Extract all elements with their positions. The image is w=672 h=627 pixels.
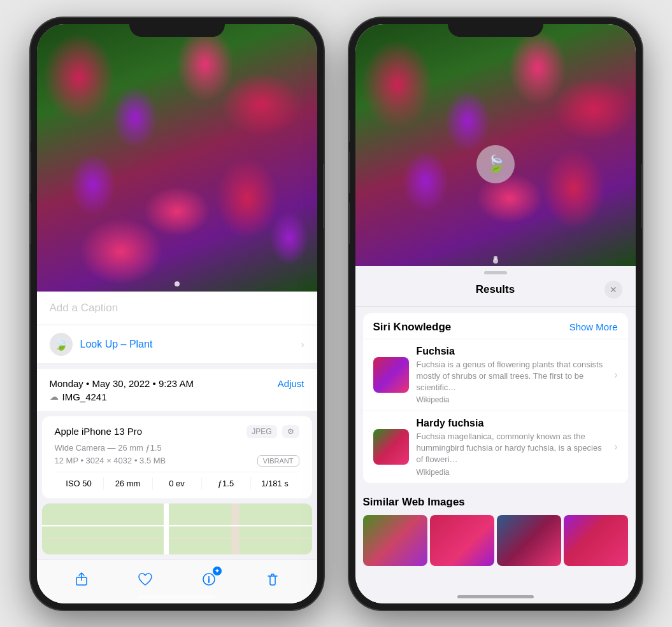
settings-icon: ⚙ — [282, 425, 299, 438]
fuchsia-text: Fuchsia Fuchsia is a genus of flowering … — [417, 346, 607, 405]
page-dot — [175, 281, 180, 286]
fuchsia-desc: Fuchsia is a genus of flowering plants t… — [417, 359, 607, 394]
volume-down-button-2 — [349, 202, 350, 244]
photo-dot-2 — [493, 258, 498, 264]
lookup-row[interactable]: 🍃 Look Up – Plant › — [37, 325, 317, 364]
delete-button[interactable] — [261, 568, 284, 591]
mute-button — [31, 120, 31, 142]
show-more-button[interactable]: Show More — [569, 321, 618, 332]
hardy-text: Hardy fuchsia Fuchsia magellanica, commo… — [417, 418, 607, 477]
ev-value: 0 ev — [153, 477, 202, 490]
leaf-icon: 🍃 — [54, 337, 68, 351]
cloud-icon: ☁ — [50, 391, 59, 402]
photo-area-2: 🍃 — [355, 24, 636, 266]
mp-info: 12 MP • 3024 × 4032 • 3.5 MB — [55, 456, 166, 465]
fuchsia-name: Fuchsia — [417, 346, 607, 357]
info-area: Add a Caption 🍃 Look Up – Plant › Monday… — [37, 292, 317, 603]
volume-up-button — [31, 151, 31, 193]
camera-model: Apple iPhone 13 Pro — [55, 426, 143, 437]
power-button — [323, 164, 324, 228]
home-indicator — [139, 595, 215, 598]
section-header: Siri Knowledge Show More — [363, 313, 628, 339]
web-images-grid — [363, 515, 628, 566]
fuchsia-chevron: › — [614, 369, 617, 381]
fuchsia-thumbnail — [373, 357, 409, 393]
map-roads — [42, 504, 312, 554]
lookup-icon: 🍃 — [50, 333, 73, 356]
phone-2: 🍃 Results ✕ Siri Knowledge Sh — [349, 18, 642, 610]
map-preview[interactable] — [42, 504, 312, 554]
web-image-1[interactable] — [363, 515, 427, 566]
phone-1: Add a Caption 🍃 Look Up – Plant › Monday… — [31, 18, 324, 610]
hardy-thumbnail — [373, 429, 409, 465]
knowledge-item-hardy[interactable]: Hardy fuchsia Fuchsia magellanica, commo… — [363, 411, 628, 483]
flower-image — [37, 24, 317, 292]
notch-2 — [448, 18, 543, 37]
favorite-button[interactable] — [134, 568, 157, 591]
exif-row: ISO 50 26 mm 0 ev ƒ1.5 1/181 s — [55, 472, 299, 490]
close-button[interactable]: ✕ — [604, 281, 622, 299]
mute-button-2 — [349, 120, 350, 142]
web-image-4[interactable] — [564, 515, 628, 566]
lookup-chevron: › — [301, 339, 304, 349]
web-image-3[interactable] — [497, 515, 561, 566]
hardy-name: Hardy fuchsia — [417, 418, 607, 429]
web-images-section: Similar Web Images — [355, 488, 636, 568]
vibrant-badge: VIBRANT — [257, 455, 299, 467]
knowledge-item-fuchsia[interactable]: Fuchsia Fuchsia is a genus of flowering … — [363, 339, 628, 411]
hardy-source: Wikipedia — [417, 468, 607, 477]
metadata-section: Monday • May 30, 2022 • 9:23 AM Adjust ☁… — [37, 369, 317, 411]
section-title: Siri Knowledge — [373, 321, 452, 334]
format-badges: JPEG ⚙ — [247, 425, 299, 438]
volume-down-button — [31, 202, 31, 244]
notch — [129, 18, 225, 37]
caption-input[interactable]: Add a Caption — [37, 292, 317, 325]
siri-knowledge-section: Siri Knowledge Show More Fuchsia Fuchsia… — [363, 313, 628, 483]
phone-2-screen: 🍃 Results ✕ Siri Knowledge Sh — [355, 24, 636, 603]
camera-section: Apple iPhone 13 Pro JPEG ⚙ Wide Camera —… — [42, 416, 312, 498]
focal-length: 26 mm — [104, 477, 153, 490]
photo-area — [37, 24, 317, 292]
siri-leaf-icon: 🍃 — [485, 154, 506, 174]
volume-up-button-2 — [349, 151, 350, 193]
home-indicator-2 — [457, 595, 534, 598]
shutter-speed: 1/181 s — [251, 477, 299, 490]
info-badge: ✦ — [213, 567, 222, 575]
results-header: Results ✕ — [355, 274, 636, 307]
caption-placeholder: Add a Caption — [50, 302, 118, 314]
results-title: Results — [476, 283, 515, 296]
power-button-2 — [641, 164, 642, 228]
date-label: Monday • May 30, 2022 • 9:23 AM — [50, 378, 194, 389]
lens-info: Wide Camera — 26 mm ƒ1.5 — [55, 443, 299, 453]
filename-label: IMG_4241 — [62, 391, 107, 402]
share-button[interactable] — [70, 568, 93, 591]
iso-value: ISO 50 — [55, 477, 104, 490]
hardy-desc: Fuchsia magellanica, commonly known as t… — [417, 431, 607, 466]
lookup-label: Look Up – Plant — [80, 339, 153, 350]
web-image-2[interactable] — [430, 515, 494, 566]
results-sheet: Results ✕ Siri Knowledge Show More — [355, 266, 636, 603]
jpeg-badge: JPEG — [247, 425, 276, 438]
fuchsia-source: Wikipedia — [417, 395, 607, 404]
phone-1-screen: Add a Caption 🍃 Look Up – Plant › Monday… — [37, 24, 317, 603]
web-images-title: Similar Web Images — [363, 496, 628, 509]
aperture-value: ƒ1.5 — [202, 477, 251, 490]
siri-button[interactable]: 🍃 — [476, 145, 515, 183]
adjust-button[interactable]: Adjust — [278, 378, 304, 389]
info-button[interactable]: ✦ — [197, 568, 220, 591]
hardy-chevron: › — [614, 441, 617, 453]
